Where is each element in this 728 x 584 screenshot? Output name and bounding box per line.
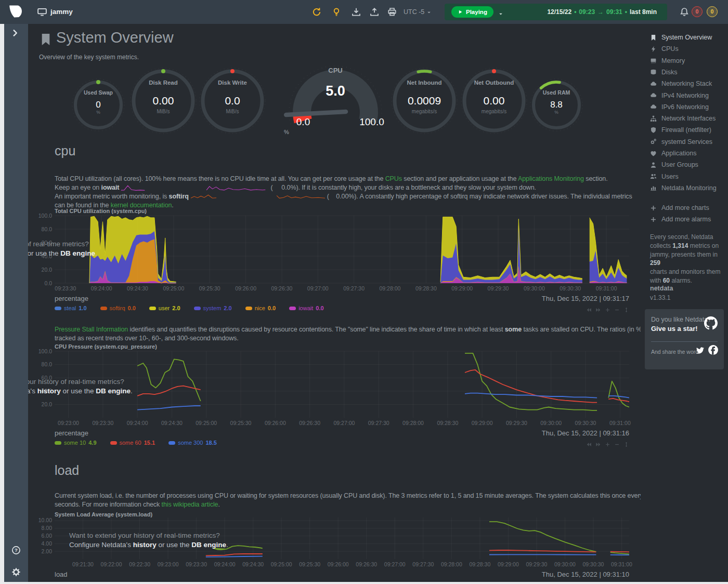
sidebar-item-system-overview[interactable]: System Overview [650,32,712,43]
sidebar-item-label: Memory [661,57,685,64]
softirq-sparkline [191,193,325,200]
gauge-used-swap[interactable]: Used Swap0% [71,77,126,132]
legend-item-load5[interactable]: load5 [94,581,120,582]
chart-tool-rewind-icon[interactable] [586,306,592,311]
chart-tool-plus2-icon[interactable] [605,306,610,311]
hostname: jammy [50,8,73,16]
sidebar-item-cpus[interactable]: CPUs [650,44,679,54]
bell-icon[interactable] [680,7,689,17]
chart-tool-forward-icon[interactable] [595,440,601,446]
sidebar-add-more-alarms[interactable]: Add more alarms [650,214,711,224]
chart-tool-minus-icon[interactable] [614,440,620,446]
expand-sidebar-icon[interactable] [11,29,19,37]
sidebar-add-more-charts[interactable]: Add more charts [650,203,709,213]
text: . [218,501,219,508]
legend-value: 15.1 [144,440,155,446]
svg-text:09:29:30: 09:29:30 [506,420,527,426]
chart-tool-plus2-icon[interactable] [605,581,610,582]
playing-caret-icon[interactable] [498,9,503,15]
link[interactable]: Applications Monitoring [518,175,584,182]
warning-alarms-badge[interactable]: 0 [707,6,718,17]
svg-text:4.00: 4.00 [42,540,53,547]
link[interactable]: this wikipedia article [162,501,218,508]
twitter-icon[interactable] [696,347,704,354]
link[interactable]: Pressure Stall Information [55,326,128,333]
watermark-link[interactable]: history [133,541,157,549]
cloud-icon [650,103,657,110]
legend-item-user[interactable]: user2.0 [149,305,180,311]
chart-tool-forward-icon[interactable] [595,306,601,311]
github-star-box: Do you like Netdata? Give us a star! And… [645,309,724,369]
chart-tool-vresize-icon[interactable] [623,440,629,446]
sidebar-item-disks[interactable]: Disks [650,67,678,77]
sidebar-item-network-interfaces[interactable]: Network Interfaces [650,113,716,124]
svg-text:09:24:00: 09:24:00 [91,285,112,291]
legend-name: user [159,305,170,311]
legend-item-system[interactable]: system2.0 [194,305,232,311]
netdata-logo-icon[interactable] [8,5,24,19]
timezone-select[interactable]: UTC -5 [404,8,432,16]
sidebar-item-ipv4-networking[interactable]: IPv4 Networking [650,90,709,101]
svg-text:60.0: 60.0 [42,240,53,246]
watermark-link[interactable]: DB engine [60,249,95,257]
svg-text:09:27:30: 09:27:30 [412,561,434,567]
gauge-cpu[interactable]: CPU5.00.0100.0% [281,67,390,139]
chart-canvas[interactable]: 100.080.060.040.020.00.009:23:3009:24:00… [28,207,641,297]
chart-tool-rewind-icon[interactable] [586,440,592,446]
chart-tool-minus-icon[interactable] [614,306,620,311]
sidebar-item-user-groups[interactable]: User Groups [650,160,698,170]
export-icon[interactable] [370,7,379,17]
legend-item-iowait[interactable]: iowait0.0 [289,305,323,311]
cpu-gauge-value: 5.0 [281,83,390,99]
chart-tool-forward-icon[interactable] [595,581,601,582]
svg-text:09:23:30: 09:23:30 [92,420,113,426]
time-range[interactable]: 12/15/22 • 09:23 → 09:31 • last 8min [547,8,657,16]
sidebar-item-firewall-netfilter-[interactable]: Firewall (netfilter) [650,125,711,135]
settings-gear-icon[interactable] [11,567,21,577]
text: section and per application usage at the [402,175,518,182]
watermark-link[interactable]: DB engine [191,541,226,549]
watermark-link[interactable]: DB engine [96,387,131,395]
chart-tool-plus2-icon[interactable] [605,440,610,446]
legend-item-softirq[interactable]: softirq0.0 [100,305,136,311]
print-icon[interactable] [387,7,397,17]
legend-item-nice[interactable]: nice0.0 [245,305,276,311]
gauge-disk-read[interactable]: Disk Read0.00MiB/s [129,67,198,135]
chart-tool-minus-icon[interactable] [614,581,620,582]
text: Keep an eye on [55,184,101,191]
legend-item-steal[interactable]: steal1.0 [55,305,87,311]
legend-item-some-10[interactable]: some 104.9 [55,440,97,446]
sidebar-item-ipv6-networking[interactable]: IPv6 Networking [650,102,709,112]
legend-item-some-60[interactable]: some 6015.1 [110,440,155,446]
help-icon[interactable]: ? [11,546,21,555]
sidebar-item-systemd-services[interactable]: systemd Services [650,137,712,147]
heart-icon [650,150,657,157]
legend-item-load1[interactable]: load1 [55,581,81,582]
legend-item-load15[interactable]: load15 [134,581,163,582]
critical-alarms-badge[interactable]: 0 [692,6,703,17]
chart-tool-vresize-icon[interactable] [623,306,629,311]
github-icon[interactable] [704,316,718,330]
bulb-icon[interactable] [332,7,341,17]
chart-canvas[interactable]: 10.008.006.004.002.0009:21:3009:22:0009:… [28,510,641,573]
chart-tool-vresize-icon[interactable] [623,581,629,582]
refresh-icon[interactable] [312,7,321,17]
watermark-link[interactable]: history [37,387,61,395]
playing-button[interactable]: Playing [451,6,493,18]
import-icon[interactable] [352,7,361,17]
sidebar-item-users[interactable]: Users [650,171,679,182]
svg-text:09:27:30: 09:27:30 [343,285,365,291]
facebook-icon[interactable] [708,344,719,355]
legend-item-some-300[interactable]: some 30018.5 [168,440,217,446]
sidebar-item-memory[interactable]: Memory [650,56,685,66]
sidebar-item-netdata-monitoring[interactable]: Netdata Monitoring [650,183,717,193]
gauge-used-ram[interactable]: Used RAM8.8% [529,77,584,132]
sidebar-item-networking-stack[interactable]: Networking Stack [650,78,712,89]
gauge-net-outbound[interactable]: Net Outbound0.00megabits/s [460,67,528,135]
link[interactable]: CPUs [385,175,402,182]
chart-tool-rewind-icon[interactable] [586,581,592,582]
sidebar-item-applications[interactable]: Applications [650,148,696,158]
gauge-title: Disk Read [129,79,198,86]
summary-line: charts and monitors them [650,268,723,276]
svg-text:09:30:00: 09:30:00 [540,420,562,426]
